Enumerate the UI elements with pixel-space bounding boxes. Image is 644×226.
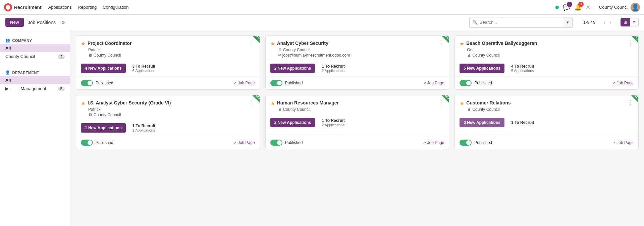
recruit-info: 1 To Recruit: [511, 120, 534, 125]
sidebar-separator: [0, 64, 70, 64]
card-title-row: ★ Customer Relations: [460, 100, 634, 106]
published-label: Published: [285, 140, 303, 145]
org-name: County Council: [94, 112, 121, 117]
card-title-row: ★ Analyst Cyber Security: [270, 41, 444, 47]
pagination-info: 1-9 / 9: [583, 20, 596, 25]
job-page-link[interactable]: ↗ Job Page: [612, 81, 634, 85]
card-header: ★ I.S. Analyst Cyber Security (Grade VI)…: [76, 95, 260, 120]
card-menu-button[interactable]: ⋮: [249, 99, 255, 106]
to-recruit-label: 1 To Recruit: [511, 120, 534, 125]
published-toggle[interactable]: [270, 80, 282, 86]
published-label: Published: [285, 81, 303, 85]
management-count: 5: [58, 86, 65, 91]
search-input[interactable]: [480, 20, 560, 25]
card-menu-button[interactable]: ⋮: [249, 39, 255, 47]
org-icon: 🖥: [467, 53, 471, 58]
recruit-info: 1 To Recruit 2 Applications: [322, 64, 344, 73]
published-toggle[interactable]: [460, 80, 472, 86]
published-toggle[interactable]: [460, 140, 472, 146]
new-applications-button[interactable]: 2 New Applications: [270, 118, 315, 127]
published-toggle[interactable]: [81, 140, 93, 146]
star-icon[interactable]: ★: [460, 41, 464, 47]
menu-reporting[interactable]: Reporting: [78, 3, 97, 11]
card-header: ★ Project Coordinator Patrick 🖥 County C…: [76, 36, 260, 60]
card-body: 5 New Applications 4 To Recruit 5 Applic…: [455, 60, 638, 76]
star-icon[interactable]: ★: [81, 41, 86, 47]
card-title-row: ★ Project Coordinator: [81, 41, 255, 47]
new-applications-button[interactable]: 5 New Applications: [460, 64, 504, 73]
recruit-info: 1 To Recruit 2 Applications: [322, 118, 344, 127]
logo-icon: Q: [4, 3, 12, 11]
notification-badge: 3: [578, 2, 584, 7]
job-page-label: Job Page: [616, 81, 634, 85]
published-toggle[interactable]: [270, 140, 282, 146]
pagination-next[interactable]: ›: [608, 19, 612, 25]
star-icon[interactable]: ★: [270, 100, 275, 106]
published-toggle[interactable]: [81, 80, 93, 86]
menu-configuration[interactable]: Configuration: [103, 3, 128, 11]
app-brand[interactable]: Recruitment: [14, 5, 42, 10]
user-menu[interactable]: County Council 👤: [599, 3, 640, 12]
card-body: 2 New Applications 1 To Recruit 2 Applic…: [266, 115, 449, 131]
chat-badge: 3: [567, 2, 572, 7]
department-section-title: 👤 DEPARTMENT: [0, 68, 70, 76]
job-page-label: Job Page: [616, 140, 634, 145]
card-subtitle: Patrick: [88, 48, 255, 52]
card-menu-button[interactable]: ⋮: [438, 99, 444, 106]
job-card: PUBLISHED ⋮ ★ Beach Operative Ballycugge…: [454, 35, 639, 90]
card-org: 🖥 County Council: [467, 107, 634, 112]
star-icon[interactable]: ★: [81, 100, 86, 106]
job-page-link[interactable]: ↗ Job Page: [233, 140, 255, 145]
published-toggle-wrap: Published: [81, 140, 113, 146]
new-applications-button[interactable]: 1 New Applications: [81, 123, 126, 133]
published-toggle-wrap: Published: [270, 140, 303, 146]
job-card: PUBLISHED ⋮ ★ Human Resources Manager 🖥 …: [265, 95, 449, 149]
list-view-button[interactable]: ≡: [630, 18, 639, 26]
chat-icon-button[interactable]: 💬 3: [563, 4, 570, 11]
notification-icon-button[interactable]: 🔔 3: [574, 4, 582, 11]
published-label: Published: [96, 81, 113, 85]
new-applications-button[interactable]: 0 New Applications: [460, 118, 504, 127]
menu-applications[interactable]: Applications: [48, 3, 72, 11]
sidebar-company-county-council[interactable]: County Council 9: [0, 52, 70, 61]
job-page-link[interactable]: ↗ Job Page: [423, 81, 444, 85]
pagination-prev[interactable]: ‹: [602, 19, 607, 25]
job-page-link[interactable]: ↗ Job Page: [233, 81, 255, 85]
email-icon: ✉: [278, 53, 281, 58]
org-icon: 🖥: [278, 48, 282, 52]
new-applications-button[interactable]: 2 New Applications: [270, 64, 315, 73]
management-arrow: ▶: [5, 86, 9, 91]
job-page-link[interactable]: ↗ Job Page: [612, 140, 634, 145]
app-logo[interactable]: Q Recruitment: [4, 3, 42, 11]
card-menu-button[interactable]: ⋮: [628, 99, 634, 106]
card-title: Beach Operative Ballycuggeran: [466, 41, 634, 46]
search-dropdown-button[interactable]: ▾: [563, 17, 573, 28]
to-recruit-label: 1 To Recruit: [322, 118, 344, 123]
star-icon[interactable]: ★: [270, 41, 275, 47]
star-icon[interactable]: ★: [460, 100, 464, 106]
published-toggle-wrap: Published: [460, 140, 492, 146]
pagination-nav: ‹ ›: [602, 19, 613, 25]
sidebar-company-all[interactable]: All: [0, 44, 70, 52]
gear-icon[interactable]: ⚙: [61, 20, 65, 25]
card-title: Analyst Cyber Security: [277, 41, 444, 46]
org-icon: 🖥: [88, 112, 92, 117]
external-link-icon: ↗: [612, 141, 615, 145]
sidebar-department-all[interactable]: All: [0, 76, 70, 84]
job-page-link[interactable]: ↗ Job Page: [423, 140, 444, 145]
card-org: 🖥 County Council: [278, 107, 444, 112]
card-menu-button[interactable]: ⋮: [438, 39, 444, 47]
card-menu-button[interactable]: ⋮: [628, 39, 634, 47]
new-button[interactable]: New: [5, 18, 24, 27]
applications-count: 1 Applications: [132, 128, 155, 132]
svg-text:Q: Q: [7, 6, 9, 9]
new-applications-button[interactable]: 4 New Applications: [81, 64, 126, 73]
department-icon: 👤: [5, 70, 10, 75]
org-name: County Council: [94, 53, 121, 58]
card-title: I.S. Analyst Cyber Security (Grade VI): [88, 100, 255, 105]
external-link-icon: ↗: [612, 81, 615, 85]
sidebar-department-management[interactable]: ▶ Management 5: [0, 84, 70, 93]
card-org: 🖥 County Council: [278, 48, 444, 52]
sidebar: 👥 COMPANY All County Council 9 👤 DEPARTM…: [0, 30, 70, 226]
kanban-view-button[interactable]: ⊞: [621, 18, 630, 26]
